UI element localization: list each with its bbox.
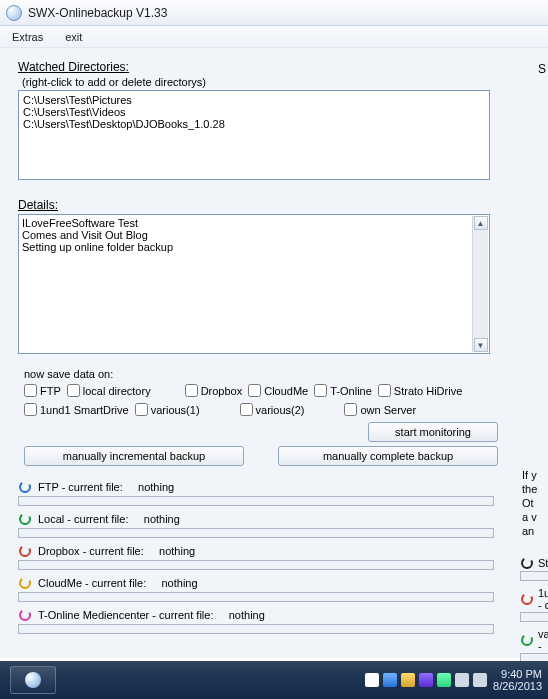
status-cloudme: CloudMe - current file: nothing: [38, 577, 198, 589]
chk-ftp-box[interactable]: [24, 384, 37, 397]
chk-local-box[interactable]: [67, 384, 80, 397]
refresh-icon: [18, 512, 32, 526]
progress-strato: [520, 571, 548, 581]
chk-cloudme-label: CloudMe: [264, 385, 308, 397]
tray-network-icon[interactable]: [455, 673, 469, 687]
progress-1und1: [520, 612, 548, 622]
progress-dropbox: [18, 560, 494, 570]
refresh-icon: [18, 480, 32, 494]
chk-1und1-label: 1und1 SmartDrive: [40, 404, 129, 416]
cut-paragraph-right: If y the Ot a v an: [522, 468, 548, 538]
svg-point-7: [522, 635, 532, 645]
save-targets-label: now save data on:: [24, 368, 548, 380]
chk-various2-box[interactable]: [240, 403, 253, 416]
chk-various2[interactable]: various(2): [240, 403, 305, 416]
progress-tonline: [18, 624, 494, 634]
chk-tonline-label: T-Online: [330, 385, 372, 397]
status-various1: various(1) -: [538, 628, 548, 652]
chk-strato-label: Strato HiDrive: [394, 385, 462, 397]
chk-ftp[interactable]: FTP: [24, 384, 61, 397]
chk-dropbox[interactable]: Dropbox: [185, 384, 243, 397]
refresh-icon: [18, 544, 32, 558]
tray-shield-icon[interactable]: [401, 673, 415, 687]
clock-date: 8/26/2013: [493, 680, 542, 692]
status-local: Local - current file: nothing: [38, 513, 180, 525]
app-icon: [6, 5, 22, 21]
manual-incremental-button[interactable]: manually incremental backup: [24, 446, 244, 466]
chk-ownserver[interactable]: own Server: [344, 403, 416, 416]
taskbar-app-icon: [25, 672, 41, 688]
app-window: SWX-Onlinebackup V1.33 Extras exit S Wat…: [0, 0, 548, 699]
start-monitoring-button[interactable]: start monitoring: [368, 422, 498, 442]
chk-dropbox-label: Dropbox: [201, 385, 243, 397]
chk-cloudme[interactable]: CloudMe: [248, 384, 308, 397]
svg-point-4: [20, 610, 30, 620]
progress-ftp: [18, 496, 494, 506]
menubar: Extras exit: [0, 26, 548, 48]
chk-local[interactable]: local directory: [67, 384, 151, 397]
chk-various2-label: various(2): [256, 404, 305, 416]
refresh-icon: [520, 592, 534, 606]
chk-various1[interactable]: various(1): [135, 403, 200, 416]
tray-volume-icon[interactable]: [473, 673, 487, 687]
chk-ownserver-box[interactable]: [344, 403, 357, 416]
refresh-icon: [520, 633, 534, 647]
watched-dirs-hint: (right-click to add or delete directorys…: [18, 76, 548, 88]
titlebar[interactable]: SWX-Onlinebackup V1.33: [0, 0, 548, 26]
watched-dirs-list[interactable]: C:\Users\Test\Pictures C:\Users\Test\Vid…: [18, 90, 490, 180]
menu-exit[interactable]: exit: [65, 31, 82, 43]
chk-tonline-box[interactable]: [314, 384, 327, 397]
status-dropbox: Dropbox - current file: nothing: [38, 545, 195, 557]
chk-strato[interactable]: Strato HiDrive: [378, 384, 462, 397]
cut-label-right: S: [538, 62, 546, 76]
svg-point-1: [20, 514, 30, 524]
client-area: S Watched Directories: (right-click to a…: [0, 48, 548, 658]
chk-tonline[interactable]: T-Online: [314, 384, 372, 397]
chk-cloudme-box[interactable]: [248, 384, 261, 397]
watched-dir-2[interactable]: C:\Users\Test\Videos: [23, 106, 126, 118]
chk-1und1-box[interactable]: [24, 403, 37, 416]
watched-dirs-label: Watched Directories:: [18, 60, 548, 74]
status-tonline: T-Online Mediencenter - current file: no…: [38, 609, 265, 621]
tray-action-center-icon[interactable]: [383, 673, 397, 687]
chk-strato-box[interactable]: [378, 384, 391, 397]
status-ftp: FTP - current file: nothing: [38, 481, 174, 493]
tray-app-icon[interactable]: [419, 673, 433, 687]
watched-dir-3[interactable]: C:\Users\Test\Desktop\DJOBooks_1.0.28: [23, 118, 225, 130]
watched-dir-1[interactable]: C:\Users\Test\Pictures: [23, 94, 132, 106]
scroll-down-icon[interactable]: ▼: [474, 338, 488, 352]
refresh-icon: [18, 608, 32, 622]
svg-point-3: [20, 578, 30, 588]
details-scrollbar[interactable]: ▲ ▼: [472, 216, 488, 352]
system-tray[interactable]: 9:40 PM 8/26/2013: [365, 668, 548, 692]
taskbar[interactable]: 9:40 PM 8/26/2013: [0, 661, 548, 699]
manual-complete-button[interactable]: manually complete backup: [278, 446, 498, 466]
details-text: ILoveFreeSoftware Test Comes and Visit O…: [22, 217, 471, 351]
clock-time: 9:40 PM: [493, 668, 542, 680]
chk-local-label: local directory: [83, 385, 151, 397]
status-strato: Strato: [538, 557, 548, 569]
chk-ownserver-label: own Server: [360, 404, 416, 416]
details-box[interactable]: ILoveFreeSoftware Test Comes and Visit O…: [18, 214, 490, 354]
chk-various1-label: various(1): [151, 404, 200, 416]
chk-ftp-label: FTP: [40, 385, 61, 397]
menu-extras[interactable]: Extras: [12, 31, 43, 43]
taskbar-clock[interactable]: 9:40 PM 8/26/2013: [493, 668, 542, 692]
progress-local: [18, 528, 494, 538]
chk-1und1[interactable]: 1und1 SmartDrive: [24, 403, 129, 416]
scroll-up-icon[interactable]: ▲: [474, 216, 488, 230]
refresh-icon: [18, 576, 32, 590]
status-block-left: FTP - current file: nothing Local - curr…: [18, 480, 508, 634]
svg-point-0: [20, 482, 30, 492]
progress-cloudme: [18, 592, 494, 602]
tray-show-hidden-icon[interactable]: [365, 673, 379, 687]
svg-point-6: [522, 594, 532, 604]
status-1und1: 1und1 - cur: [538, 587, 548, 611]
chk-dropbox-box[interactable]: [185, 384, 198, 397]
refresh-icon: [520, 556, 534, 570]
chk-various1-box[interactable]: [135, 403, 148, 416]
save-targets: FTP local directory Dropbox CloudMe T-On…: [18, 384, 504, 416]
taskbar-app-button[interactable]: [10, 666, 56, 694]
tray-av-icon[interactable]: [437, 673, 451, 687]
window-title: SWX-Onlinebackup V1.33: [28, 6, 167, 20]
